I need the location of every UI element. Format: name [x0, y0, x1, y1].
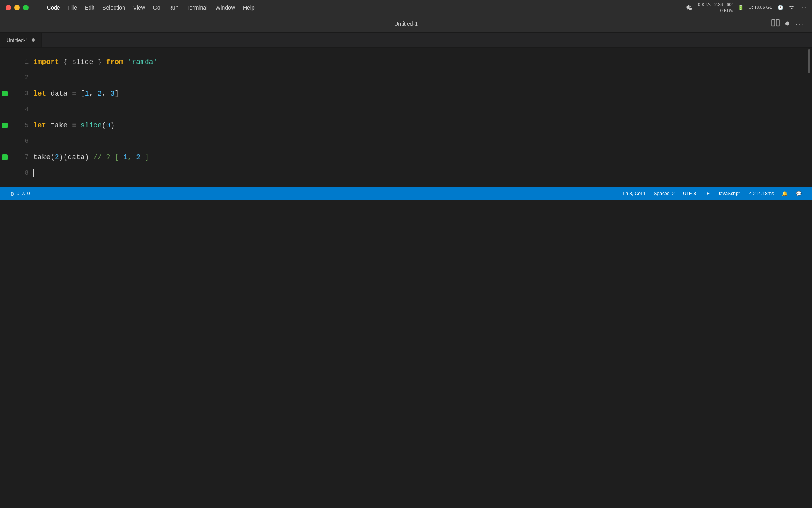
status-bar: ⊗ 0 △ 0 Ln 8, Col 1 Spaces: 2 UTF-8 LF J… [0, 187, 812, 200]
error-icon: ⊗ [10, 191, 15, 197]
token-1: 1 [85, 86, 89, 102]
status-language[interactable]: JavaScript [714, 191, 744, 196]
token-import: import [33, 54, 59, 70]
menubar: Code File Edit Selection View Go Run Ter… [0, 0, 812, 15]
token-ramda: 'ramda' [128, 54, 158, 70]
token-2c: 2 [136, 149, 140, 165]
token-eq2: = [72, 117, 80, 133]
breakpoint-3[interactable] [2, 86, 8, 102]
error-count: 0 [17, 191, 19, 196]
token-1b: 1 [123, 149, 128, 165]
breakpoint-gutter [0, 48, 10, 187]
window-title: Untitled-1 [394, 21, 418, 27]
token-space1: { [59, 54, 72, 70]
token-let1: let [33, 86, 46, 102]
split-editor-icon[interactable] [771, 19, 780, 28]
menu-go[interactable]: Go [149, 3, 165, 12]
token-2: 2 [98, 86, 102, 102]
line-num-1: 1 [25, 54, 29, 70]
scrollbar-thumb[interactable] [808, 49, 810, 73]
status-encoding[interactable]: UTF-8 [679, 191, 700, 196]
code-line-7: take( 2 )(data) // ? [ 1 , 2 ] [33, 149, 806, 165]
warning-icon: △ [21, 191, 25, 197]
menubar-right: 0 KB/s 2.28 60° 0 KB/s 🔋 U: 18.85 GB 🕐 ·… [686, 2, 806, 13]
line-numbers: 1 2 3 4 5 6 7 8 [10, 48, 33, 187]
wechat-icon [686, 4, 693, 11]
status-position[interactable]: Ln 8, Col 1 [619, 191, 649, 196]
status-eol[interactable]: LF [700, 191, 714, 196]
status-feedback[interactable]: 💬 [792, 191, 806, 196]
code-area[interactable]: import { slice } from 'ramda' let data =… [33, 48, 806, 187]
token-comment: // ? [ [93, 149, 123, 165]
menu-edit[interactable]: Edit [81, 3, 98, 12]
code-line-2 [33, 70, 806, 86]
menu-terminal[interactable]: Terminal [182, 3, 211, 12]
token-space3 [123, 54, 128, 70]
timing-label: ✓ 214.18ms [748, 191, 774, 196]
line-num-2: 2 [25, 70, 29, 86]
clock-icon: 🕐 [778, 5, 783, 10]
svg-rect-0 [772, 19, 775, 26]
more-options-icon[interactable]: ··· [795, 19, 804, 28]
spaces-label: Spaces: 2 [654, 191, 675, 196]
menu-help[interactable]: Help [239, 3, 259, 12]
status-left: ⊗ 0 △ 0 [6, 191, 34, 197]
language-label: JavaScript [718, 191, 740, 196]
more-icon: ··· [800, 4, 806, 11]
editor-tab-untitled[interactable]: Untitled-1 [0, 33, 42, 47]
token-data-call: )(data) [59, 149, 93, 165]
title-bar: Untitled-1 ··· [0, 15, 812, 33]
traffic-lights [6, 5, 29, 10]
token-comma-comment: , [128, 149, 136, 165]
menu-selection[interactable]: Selection [98, 3, 129, 12]
menu-items: Code File Edit Selection View Go Run Ter… [36, 3, 686, 12]
menu-file[interactable]: File [64, 3, 81, 12]
token-comma2: , [102, 86, 111, 102]
token-3: 3 [110, 86, 115, 102]
breakpoint-7[interactable] [2, 149, 8, 165]
line-num-7: 7 [25, 149, 29, 165]
breakpoint-dot-3 [2, 91, 8, 96]
token-openparen: ( [102, 117, 106, 133]
minimize-button[interactable] [14, 5, 20, 10]
token-eq1: = [ [72, 86, 84, 102]
code-line-1: import { slice } from 'ramda' [33, 54, 806, 70]
cursor [33, 169, 34, 177]
code-line-4 [33, 102, 806, 117]
menu-code[interactable]: Code [43, 3, 64, 12]
token-data: data [46, 86, 72, 102]
token-slice1: slice [72, 54, 93, 70]
maximize-button[interactable] [23, 5, 29, 10]
tab-filename: Untitled-1 [6, 37, 29, 43]
menu-view[interactable]: View [129, 3, 149, 12]
status-timing[interactable]: ✓ 214.18ms [744, 191, 778, 196]
token-2b: 2 [55, 149, 59, 165]
token-closebracket: ] [115, 86, 119, 102]
code-line-5: let take = slice ( 0 ) [33, 117, 806, 133]
close-button[interactable] [6, 5, 11, 10]
menu-window[interactable]: Window [211, 3, 239, 12]
editor-main: 1 2 3 4 5 6 7 8 import { slice } from 'r… [0, 48, 812, 187]
status-spaces[interactable]: Spaces: 2 [650, 191, 679, 196]
line-num-3: 3 [25, 86, 29, 102]
network-stats: 0 KB/s 2.28 60° 0 KB/s [698, 2, 733, 13]
token-space2: } [93, 54, 106, 70]
line-num-5: 5 [25, 117, 29, 133]
svg-rect-1 [776, 19, 779, 26]
menu-run[interactable]: Run [165, 3, 183, 12]
wifi-icon [788, 5, 795, 10]
eol-label: LF [704, 191, 710, 196]
line-num-4: 4 [25, 102, 29, 117]
title-bar-actions: ··· [771, 19, 804, 28]
editor-scrollbar[interactable] [806, 48, 812, 187]
code-line-3: let data = [ 1 , 2 , 3 ] [33, 86, 806, 102]
token-slice2: slice [80, 117, 102, 133]
token-from: from [106, 54, 123, 70]
status-notifications[interactable]: 🔔 [778, 191, 792, 196]
status-errors[interactable]: ⊗ 0 △ 0 [6, 191, 34, 197]
token-take: take [46, 117, 72, 133]
token-let2: let [33, 117, 46, 133]
battery-icon: 🔋 [738, 5, 744, 10]
breakpoint-5[interactable] [2, 117, 8, 133]
encoding-label: UTF-8 [683, 191, 696, 196]
